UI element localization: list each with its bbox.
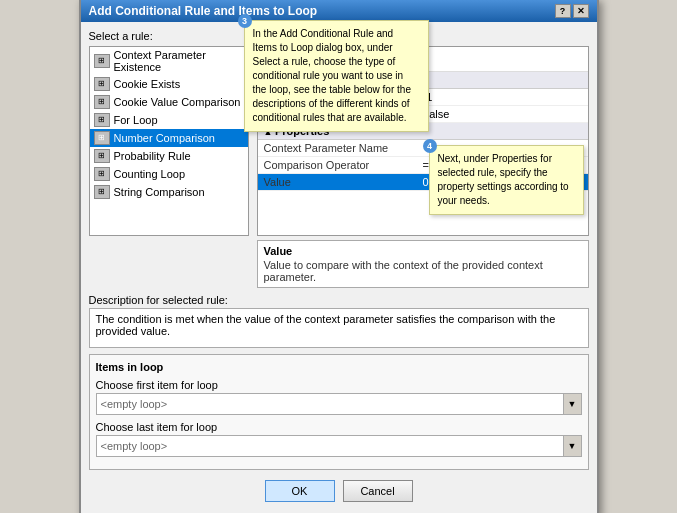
rule-item-number-comparison[interactable]: ⊞ Number Comparison (90, 129, 248, 147)
last-item-label: Choose last item for loop (96, 421, 582, 433)
rule-item-for-loop[interactable]: ⊞ For Loop (90, 111, 248, 129)
rule-label-context-param: Context Parameter Existence (114, 49, 244, 73)
callout-1-text: In the Add Conditional Rule and Items to… (253, 28, 411, 123)
rule-label-counting-loop: Counting Loop (114, 168, 186, 180)
title-bar: Add Conditional Rule and Items to Loop ?… (81, 0, 597, 22)
left-panel: Select a rule: ⊞ Context Parameter Exist… (89, 30, 249, 288)
rule-icon-for-loop: ⊞ (94, 113, 110, 127)
items-loop-box: Items in loop Choose first item for loop… (89, 354, 589, 470)
desc-value-text: Value to compare with the context of the… (264, 259, 582, 283)
last-item-arrow-icon[interactable]: ▼ (563, 436, 581, 456)
prop-name-comparison-op: Comparison Operator (264, 159, 423, 171)
rule-label-string-comparison: String Comparison (114, 186, 205, 198)
rule-label-cookie-exists: Cookie Exists (114, 78, 181, 90)
dialog-title: Add Conditional Rule and Items to Loop (89, 4, 318, 18)
rule-label-probability: Probability Rule (114, 150, 191, 162)
first-item-value: <empty loop> (97, 396, 563, 412)
rule-icon-number-comparison: ⊞ (94, 131, 110, 145)
last-item-value: <empty loop> (97, 438, 563, 454)
callout-2-number: 4 (423, 139, 437, 153)
callout-2-text: Next, under Properties for selected rule… (438, 153, 569, 206)
main-dialog: Add Conditional Rule and Items to Loop ?… (79, 0, 599, 513)
bottom-buttons: OK Cancel (89, 476, 589, 506)
title-bar-buttons: ? ✕ (555, 4, 589, 18)
callout-1: 3 In the Add Conditional Rule and Items … (244, 20, 429, 132)
help-button[interactable]: ? (555, 4, 571, 18)
first-item-arrow-icon[interactable]: ▼ (563, 394, 581, 414)
rule-label-cookie-value: Cookie Value Comparison (114, 96, 241, 108)
rule-label-for-loop: For Loop (114, 114, 158, 126)
prop-value-advance-data-cursors: False (423, 108, 582, 120)
rule-item-string-comparison[interactable]: ⊞ String Comparison (90, 183, 248, 201)
ok-button[interactable]: OK (265, 480, 335, 502)
rule-icon-cookie-exists: ⊞ (94, 77, 110, 91)
callout-2: 4 Next, under Properties for selected ru… (429, 145, 584, 215)
description-section: Description for selected rule: The condi… (89, 294, 589, 348)
first-item-label: Choose first item for loop (96, 379, 582, 391)
rule-icon-context-param: ⊞ (94, 54, 110, 68)
rule-label-number-comparison: Number Comparison (114, 132, 215, 144)
desc-value-section: Value Value to compare with the context … (257, 240, 589, 288)
rule-item-cookie-value-comparison[interactable]: ⊞ Cookie Value Comparison (90, 93, 248, 111)
close-button[interactable]: ✕ (573, 4, 589, 18)
rule-list[interactable]: ⊞ Context Parameter Existence ⊞ Cookie E… (89, 46, 249, 236)
rule-icon-counting-loop: ⊞ (94, 167, 110, 181)
rule-icon-cookie-value: ⊞ (94, 95, 110, 109)
select-rule-label: Select a rule: (89, 30, 249, 42)
rule-item-context-param-existence[interactable]: ⊞ Context Parameter Existence (90, 47, 248, 75)
description-text: The condition is met when the value of t… (89, 308, 589, 348)
rule-icon-string-comparison: ⊞ (94, 185, 110, 199)
last-item-dropdown[interactable]: <empty loop> ▼ (96, 435, 582, 457)
dialog-body: Select a rule: ⊞ Context Parameter Exist… (81, 22, 597, 514)
prop-name-value: Value (264, 176, 423, 188)
rule-item-cookie-exists[interactable]: ⊞ Cookie Exists (90, 75, 248, 93)
rule-item-probability-rule[interactable]: ⊞ Probability Rule (90, 147, 248, 165)
top-section: Select a rule: ⊞ Context Parameter Exist… (89, 30, 589, 288)
cancel-button[interactable]: Cancel (343, 480, 413, 502)
description-label: Description for selected rule: (89, 294, 589, 306)
callout-1-number: 3 (238, 14, 252, 28)
desc-value-title: Value (264, 245, 582, 257)
first-item-dropdown[interactable]: <empty loop> ▼ (96, 393, 582, 415)
prop-value-max-iterations: -1 (423, 91, 582, 103)
prop-name-context-param: Context Parameter Name (264, 142, 423, 154)
rule-icon-probability: ⊞ (94, 149, 110, 163)
items-loop-title: Items in loop (96, 361, 582, 373)
rule-item-counting-loop[interactable]: ⊞ Counting Loop (90, 165, 248, 183)
